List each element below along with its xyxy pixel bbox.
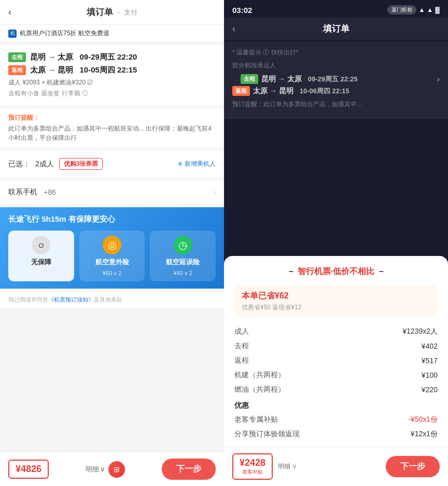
price-value-return: ¥517 — [422, 356, 438, 365]
outbound-route-text: 昆明 → 太原 09-29周五 22:20 — [30, 52, 137, 62]
insurance-option-accident[interactable]: ◎ 航空意外险 ¥60 x 2 — [79, 231, 145, 281]
right-header: ‹ 填订单 — [224, 18, 448, 40]
contact-row: 联系手机 › — [8, 188, 216, 197]
price-row-outbound: 去程 ¥402 — [234, 339, 438, 353]
flight-card: 去程 昆明 → 太原 09-29周五 22:20 返程 太原 → 昆明 10-0… — [0, 45, 224, 105]
right-page-title: 填订单 — [323, 23, 349, 35]
status-time: 03:02 — [232, 6, 252, 15]
savings-main: 本单已省¥62 — [242, 291, 430, 302]
left-header: ‹ 填订单 － 支付 — [0, 0, 224, 25]
delay-insurance-icon: ◷ — [174, 236, 192, 254]
right-dim-text1: * 温馨提示 ① 快快出行* — [232, 48, 440, 57]
insurance-option-delay[interactable]: ◷ 航空延误险 ¥40 x 2 — [150, 231, 216, 281]
left-total-price-value: ¥4826 — [16, 464, 41, 474]
savings-sub: 优惠省¥50 返现省¥12 — [242, 303, 430, 312]
price-row-fuel: 燃油（共两程） ¥220 — [234, 382, 438, 397]
page-title-left: 填订单 — [87, 6, 113, 18]
price-label-airport: 机建（共两程） — [234, 370, 285, 380]
price-row-adult: 成人 ¥1239x2人 — [234, 324, 438, 339]
insurance-name-none: 无保障 — [31, 258, 51, 267]
return-route-text: 太原 → 昆明 10-05周四 22:15 — [30, 65, 137, 75]
signal-icon: ▲ — [418, 6, 425, 13]
passenger-count: 2成人 — [35, 160, 54, 169]
qr-icon[interactable]: ⊞ — [108, 461, 125, 478]
price-value-outbound: ¥402 — [422, 342, 438, 350]
price-label-fuel: 燃油（共两程） — [234, 385, 285, 394]
contact-section: 联系手机 › — [0, 180, 224, 207]
outbound-route: 去程 昆明 → 太原 09-29周五 22:20 — [8, 52, 216, 62]
next-step-button-left[interactable]: 下一步 — [162, 459, 216, 480]
notice-title: 预订提醒： — [8, 113, 216, 122]
accident-insurance-icon: ◎ — [103, 236, 121, 254]
discount-value-1: -¥50x1份 — [408, 415, 438, 424]
right-return-text: 太原 → 昆明 10-06周四 22:15 — [253, 87, 349, 96]
right-total-price-value: ¥2428 — [240, 458, 265, 468]
passenger-row: 已选： 2成人 优购3张券票 ⊕ 新增乘机人 — [8, 158, 216, 170]
promo-banner[interactable]: 机 机票用户订酒店75折 航空免费退 — [0, 25, 224, 45]
price-row-discount1: 老客专属补贴 -¥50x1份 — [234, 412, 438, 427]
agree-text: 我已阅读并同意《机票预订须知》及其他条款 — [0, 292, 224, 308]
detail-button[interactable]: 明细 ∨ — [86, 465, 105, 474]
notice-text: 此订单为多票组合产品，如遇其中一程航班安动... 出行保障：最晚起飞前4小时出票… — [8, 124, 216, 142]
discount-label-1: 老客专属补贴 — [234, 415, 278, 424]
insurance-price-delay: ¥40 x 2 — [174, 270, 192, 276]
insurance-name-delay: 航空延误险 — [166, 258, 200, 267]
right-back-icon[interactable]: ‹ — [232, 23, 235, 34]
right-return-badge: 返程 — [232, 86, 250, 96]
left-footer: ¥4826 明细 ∨ ⊞ 下一步 — [0, 452, 224, 486]
savings-box: 本单已省¥62 优惠省¥50 返现省¥12 — [234, 285, 438, 317]
passenger-label: 已选： — [8, 160, 30, 169]
insurance-option-none[interactable]: ○ 无保障 — [8, 231, 74, 281]
price-label-return: 返程 — [234, 356, 249, 365]
right-total-price[interactable]: ¥2428 老客补贴 — [232, 453, 273, 480]
agree-link[interactable]: 《机票预订须知》 — [48, 296, 94, 303]
contact-phone-input[interactable] — [44, 188, 209, 196]
flight-price-row: 成人 ¥2093 + 机建燃油¥320 ☑ — [8, 78, 216, 87]
battery-icon: ▓ — [435, 6, 440, 13]
right-detail-button[interactable]: 明细 ∨ — [278, 462, 297, 471]
price-label-adult: 成人 — [234, 327, 249, 336]
insurance-options: ○ 无保障 ◎ 航空意外险 ¥60 x 2 ◷ 航空延误险 ¥40 x 2 — [8, 231, 216, 281]
carrier-badge: 厦门航都 — [387, 5, 416, 15]
return-route: 返程 太原 → 昆明 10-05周四 22:15 — [8, 65, 216, 75]
flight-options[interactable]: 去程有小食 退改签 行李额 ⓘ — [8, 89, 216, 98]
right-chevron-icon: ∨ — [292, 463, 297, 470]
page-subtitle-left: － 支付 — [115, 8, 137, 17]
outbound-badge: 去程 — [8, 52, 26, 62]
chevron-down-icon: ∨ — [100, 465, 105, 473]
right-notice-dim: 预订提醒：此订单为多票组合产品，如通其中... — [232, 100, 440, 109]
price-value-fuel: ¥220 — [422, 385, 438, 394]
return-badge: 返程 — [8, 65, 26, 75]
cashback-label: 分享预订体验领返现 — [234, 430, 300, 439]
right-footer: ¥2428 老客补贴 明细 ∨ 下一步 — [224, 447, 448, 486]
next-step-button-right[interactable]: 下一步 — [386, 456, 440, 477]
no-insurance-icon: ○ — [32, 236, 50, 254]
promo-icon: 机 — [8, 30, 17, 38]
insurance-section: 长途飞行 5h15m 有保障更安心 ○ 无保障 ◎ 航空意外险 ¥60 x 2 … — [0, 207, 224, 289]
coupon-badge[interactable]: 优购3张券票 — [59, 158, 103, 170]
contact-label: 联系手机 — [8, 188, 39, 197]
insurance-price-accident: ¥60 x 2 — [103, 270, 121, 276]
total-price-left[interactable]: ¥4826 — [8, 460, 49, 479]
contact-arrow: › — [213, 188, 216, 197]
promo-text: 机票用户订酒店75折 航空免费退 — [20, 29, 109, 38]
right-route-arrow[interactable]: › — [437, 75, 440, 84]
left-panel: ‹ 填订单 － 支付 机 机票用户订酒店75折 航空免费退 去程 昆明 → 太原… — [0, 0, 224, 486]
price-label-outbound: 去程 — [234, 341, 249, 351]
price-row-return: 返程 ¥517 — [234, 353, 438, 368]
right-total-sub-label: 老客补贴 — [240, 468, 265, 476]
right-panel: 03:02 厦门航都 ▲ ▲ ▓ ‹ 填订单 * 温馨提示 ① 快快出行* 部分… — [224, 0, 448, 486]
price-value-adult: ¥1239x2人 — [402, 327, 438, 336]
back-icon[interactable]: ‹ — [8, 7, 11, 18]
right-flight-section: * 温馨提示 ① 快快出行* 部分航段承运人 去程 昆明 → 太原 09-29周… — [224, 42, 448, 119]
add-passenger-button[interactable]: ⊕ 新增乘机人 — [178, 160, 216, 168]
footer-middle: 明细 ∨ ⊞ — [49, 461, 162, 478]
popup-header: － 智行机票·低价不相比 － — [234, 266, 438, 277]
cashback-value: ¥12x1份 — [411, 430, 438, 439]
price-table: 成人 ¥1239x2人 去程 ¥402 返程 ¥517 机建（共两程） ¥100… — [234, 324, 438, 441]
insurance-name-accident: 航空意外险 — [95, 258, 129, 267]
right-outbound-route: 去程 昆明 → 太原 09-29周五 22:25 › — [232, 74, 440, 84]
right-outbound-text: 昆明 → 太原 09-29周五 22:25 — [261, 75, 358, 84]
price-value-airport: ¥100 — [422, 371, 438, 379]
passenger-section: 已选： 2成人 优购3张券票 ⊕ 新增乘机人 — [0, 151, 224, 180]
